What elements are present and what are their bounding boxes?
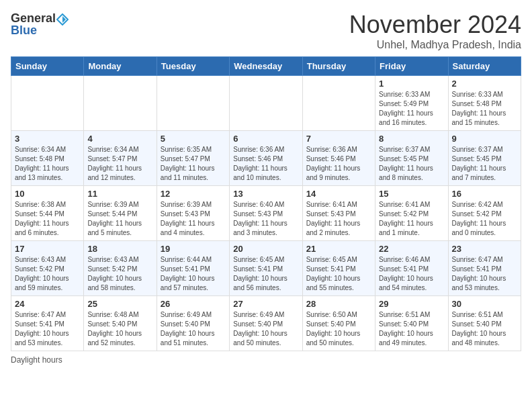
day-info: Sunrise: 6:50 AM Sunset: 5:40 PM Dayligh… xyxy=(306,310,371,348)
day-number: 17 xyxy=(15,244,80,254)
calendar-cell: 26Sunrise: 6:49 AM Sunset: 5:40 PM Dayli… xyxy=(157,296,229,351)
day-info: Sunrise: 6:45 AM Sunset: 5:41 PM Dayligh… xyxy=(306,255,371,293)
col-header-wednesday: Wednesday xyxy=(230,57,302,76)
day-number: 14 xyxy=(306,189,371,199)
day-number: 9 xyxy=(452,134,517,144)
day-info: Sunrise: 6:44 AM Sunset: 5:41 PM Dayligh… xyxy=(161,255,226,293)
day-number: 21 xyxy=(306,244,371,254)
day-number: 7 xyxy=(306,134,371,144)
day-number: 18 xyxy=(87,244,152,254)
day-info: Sunrise: 6:36 AM Sunset: 5:46 PM Dayligh… xyxy=(233,145,298,183)
calendar-cell: 8Sunrise: 6:37 AM Sunset: 5:45 PM Daylig… xyxy=(375,131,448,186)
day-number: 29 xyxy=(379,299,444,309)
calendar-cell: 10Sunrise: 6:38 AM Sunset: 5:44 PM Dayli… xyxy=(11,186,84,241)
month-title: November 2024 xyxy=(349,11,521,39)
day-info: Sunrise: 6:43 AM Sunset: 5:42 PM Dayligh… xyxy=(15,255,80,293)
day-number: 1 xyxy=(379,79,444,89)
calendar-cell xyxy=(230,76,302,131)
calendar-cell: 12Sunrise: 6:39 AM Sunset: 5:43 PM Dayli… xyxy=(157,186,229,241)
calendar-cell: 30Sunrise: 6:51 AM Sunset: 5:40 PM Dayli… xyxy=(448,296,521,351)
calendar-cell xyxy=(11,76,84,131)
day-number: 15 xyxy=(379,189,444,199)
day-number: 3 xyxy=(15,134,80,144)
calendar-cell: 4Sunrise: 6:34 AM Sunset: 5:47 PM Daylig… xyxy=(84,131,157,186)
day-info: Sunrise: 6:38 AM Sunset: 5:44 PM Dayligh… xyxy=(15,200,80,238)
col-header-thursday: Thursday xyxy=(302,57,375,76)
calendar-cell: 14Sunrise: 6:41 AM Sunset: 5:43 PM Dayli… xyxy=(302,186,375,241)
day-info: Sunrise: 6:47 AM Sunset: 5:41 PM Dayligh… xyxy=(452,255,517,293)
day-info: Sunrise: 6:47 AM Sunset: 5:41 PM Dayligh… xyxy=(15,310,80,348)
calendar-cell: 7Sunrise: 6:36 AM Sunset: 5:46 PM Daylig… xyxy=(302,131,375,186)
day-info: Sunrise: 6:48 AM Sunset: 5:40 PM Dayligh… xyxy=(87,310,152,348)
title-block: November 2024 Unhel, Madhya Pradesh, Ind… xyxy=(349,11,521,51)
calendar-cell: 17Sunrise: 6:43 AM Sunset: 5:42 PM Dayli… xyxy=(11,241,84,296)
day-number: 11 xyxy=(87,189,152,199)
calendar-cell: 19Sunrise: 6:44 AM Sunset: 5:41 PM Dayli… xyxy=(157,241,229,296)
calendar-cell: 13Sunrise: 6:40 AM Sunset: 5:43 PM Dayli… xyxy=(230,186,302,241)
day-info: Sunrise: 6:36 AM Sunset: 5:46 PM Dayligh… xyxy=(306,145,371,183)
day-number: 2 xyxy=(452,79,517,89)
col-header-saturday: Saturday xyxy=(448,57,521,76)
day-number: 4 xyxy=(87,134,152,144)
calendar-cell: 29Sunrise: 6:51 AM Sunset: 5:40 PM Dayli… xyxy=(375,296,448,351)
day-number: 24 xyxy=(15,299,80,309)
calendar-cell xyxy=(84,76,157,131)
day-info: Sunrise: 6:49 AM Sunset: 5:40 PM Dayligh… xyxy=(161,310,226,348)
day-number: 20 xyxy=(233,244,298,254)
day-number: 25 xyxy=(87,299,152,309)
day-info: Sunrise: 6:51 AM Sunset: 5:40 PM Dayligh… xyxy=(379,310,444,348)
day-number: 28 xyxy=(306,299,371,309)
calendar-cell: 15Sunrise: 6:41 AM Sunset: 5:42 PM Dayli… xyxy=(375,186,448,241)
day-number: 22 xyxy=(379,244,444,254)
day-info: Sunrise: 6:40 AM Sunset: 5:43 PM Dayligh… xyxy=(233,200,298,238)
day-info: Sunrise: 6:46 AM Sunset: 5:41 PM Dayligh… xyxy=(379,255,444,293)
day-info: Sunrise: 6:37 AM Sunset: 5:45 PM Dayligh… xyxy=(379,145,444,183)
day-number: 26 xyxy=(161,299,226,309)
day-number: 27 xyxy=(233,299,298,309)
page-header: General Blue November 2024 Unhel, Madhya… xyxy=(11,11,521,51)
calendar-cell: 11Sunrise: 6:39 AM Sunset: 5:44 PM Dayli… xyxy=(84,186,157,241)
calendar-cell: 25Sunrise: 6:48 AM Sunset: 5:40 PM Dayli… xyxy=(84,296,157,351)
calendar-cell: 20Sunrise: 6:45 AM Sunset: 5:41 PM Dayli… xyxy=(230,241,302,296)
day-number: 16 xyxy=(452,189,517,199)
day-info: Sunrise: 6:33 AM Sunset: 5:48 PM Dayligh… xyxy=(452,90,517,128)
calendar-cell: 23Sunrise: 6:47 AM Sunset: 5:41 PM Dayli… xyxy=(448,241,521,296)
day-number: 13 xyxy=(233,189,298,199)
calendar-table: SundayMondayTuesdayWednesdayThursdayFrid… xyxy=(11,56,521,351)
day-info: Sunrise: 6:34 AM Sunset: 5:48 PM Dayligh… xyxy=(15,145,80,183)
day-info: Sunrise: 6:49 AM Sunset: 5:40 PM Dayligh… xyxy=(233,310,298,348)
calendar-cell: 21Sunrise: 6:45 AM Sunset: 5:41 PM Dayli… xyxy=(302,241,375,296)
calendar-cell: 1Sunrise: 6:33 AM Sunset: 5:49 PM Daylig… xyxy=(375,76,448,131)
col-header-tuesday: Tuesday xyxy=(157,57,229,76)
calendar-cell: 24Sunrise: 6:47 AM Sunset: 5:41 PM Dayli… xyxy=(11,296,84,351)
day-number: 12 xyxy=(161,189,226,199)
day-info: Sunrise: 6:45 AM Sunset: 5:41 PM Dayligh… xyxy=(233,255,298,293)
day-info: Sunrise: 6:41 AM Sunset: 5:43 PM Dayligh… xyxy=(306,200,371,238)
calendar-cell: 9Sunrise: 6:37 AM Sunset: 5:45 PM Daylig… xyxy=(448,131,521,186)
calendar-cell: 2Sunrise: 6:33 AM Sunset: 5:48 PM Daylig… xyxy=(448,76,521,131)
day-info: Sunrise: 6:39 AM Sunset: 5:44 PM Dayligh… xyxy=(87,200,152,238)
day-info: Sunrise: 6:41 AM Sunset: 5:42 PM Dayligh… xyxy=(379,200,444,238)
calendar-cell: 28Sunrise: 6:50 AM Sunset: 5:40 PM Dayli… xyxy=(302,296,375,351)
day-number: 5 xyxy=(161,134,226,144)
day-info: Sunrise: 6:35 AM Sunset: 5:47 PM Dayligh… xyxy=(161,145,226,183)
calendar-cell: 27Sunrise: 6:49 AM Sunset: 5:40 PM Dayli… xyxy=(230,296,302,351)
calendar-cell xyxy=(157,76,229,131)
calendar-cell: 3Sunrise: 6:34 AM Sunset: 5:48 PM Daylig… xyxy=(11,131,84,186)
day-number: 6 xyxy=(233,134,298,144)
day-info: Sunrise: 6:51 AM Sunset: 5:40 PM Dayligh… xyxy=(452,310,517,348)
day-info: Sunrise: 6:42 AM Sunset: 5:42 PM Dayligh… xyxy=(452,200,517,238)
logo: General Blue xyxy=(11,11,69,38)
day-number: 8 xyxy=(379,134,444,144)
day-number: 30 xyxy=(452,299,517,309)
day-info: Sunrise: 6:34 AM Sunset: 5:47 PM Dayligh… xyxy=(87,145,152,183)
day-number: 10 xyxy=(15,189,80,199)
footer-daylight: Daylight hours xyxy=(11,355,521,365)
calendar-cell: 16Sunrise: 6:42 AM Sunset: 5:42 PM Dayli… xyxy=(448,186,521,241)
col-header-monday: Monday xyxy=(84,57,157,76)
day-number: 19 xyxy=(161,244,226,254)
day-number: 23 xyxy=(452,244,517,254)
day-info: Sunrise: 6:39 AM Sunset: 5:43 PM Dayligh… xyxy=(161,200,226,238)
calendar-cell: 22Sunrise: 6:46 AM Sunset: 5:41 PM Dayli… xyxy=(375,241,448,296)
day-info: Sunrise: 6:33 AM Sunset: 5:49 PM Dayligh… xyxy=(379,90,444,128)
